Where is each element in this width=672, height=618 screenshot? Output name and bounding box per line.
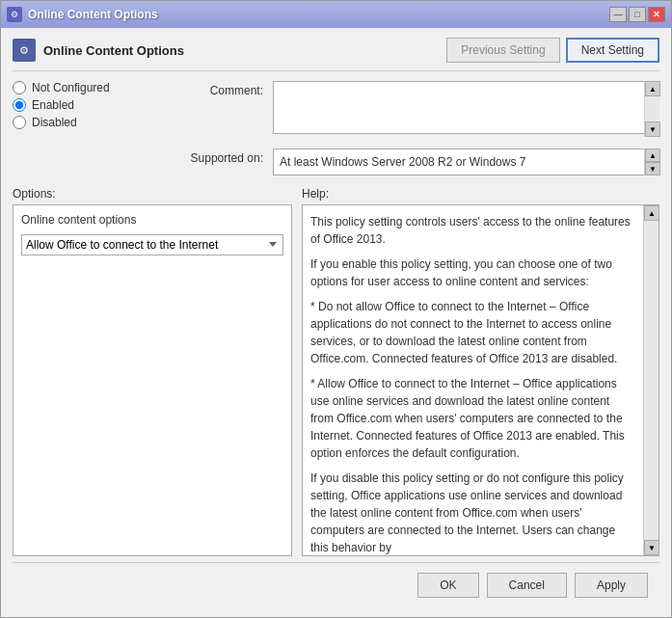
header-icon: ⚙ [13, 39, 36, 62]
help-header: Help: [302, 187, 659, 201]
ok-button[interactable]: OK [417, 573, 478, 598]
help-box: This policy setting controls users' acce… [302, 204, 659, 556]
help-panel: Help: This policy setting controls users… [302, 187, 659, 556]
apply-button[interactable]: Apply [575, 573, 648, 598]
next-setting-button[interactable]: Next Setting [566, 38, 659, 63]
options-box-label: Online content options [21, 213, 283, 227]
minimize-button[interactable]: — [609, 7, 627, 22]
comment-box-wrapper: ▲ ▼ [273, 81, 659, 137]
window-title: Online Content Options [28, 8, 158, 21]
settings-row: Not Configured Enabled Disabled Comment: [13, 81, 659, 181]
help-scroll-down[interactable]: ▼ [644, 540, 659, 555]
radio-section: Not Configured Enabled Disabled [13, 81, 138, 174]
help-scroll-up[interactable]: ▲ [644, 205, 659, 221]
comment-scrollbar: ▲ ▼ [644, 81, 659, 137]
help-text: This policy setting controls users' acce… [303, 205, 659, 556]
comment-textarea[interactable] [273, 81, 659, 134]
supported-row: Supported on: At least Windows Server 20… [148, 148, 659, 175]
not-configured-row: Not Configured [13, 81, 138, 94]
supported-box-wrapper: At least Windows Server 2008 R2 or Windo… [273, 148, 659, 175]
main-panels: Options: Online content options Allow Of… [13, 187, 659, 556]
disabled-radio[interactable] [13, 116, 26, 129]
header-left: ⚙ Online Content Options [13, 39, 184, 62]
bottom-bar: OK Cancel Apply [13, 562, 659, 607]
comment-label: Comment: [148, 81, 263, 97]
enabled-row: Enabled [13, 98, 138, 112]
cancel-button[interactable]: Cancel [487, 573, 567, 598]
options-header: Options: [13, 187, 292, 201]
enabled-label: Enabled [32, 98, 74, 112]
comment-scroll-down[interactable]: ▼ [645, 121, 660, 137]
comment-row: Comment: ▲ ▼ [148, 81, 659, 137]
supported-scroll-up[interactable]: ▲ [645, 148, 660, 162]
maximize-button[interactable]: □ [629, 7, 646, 22]
disabled-label: Disabled [32, 116, 77, 129]
previous-setting-button[interactable]: Previous Setting [446, 38, 559, 63]
close-button[interactable]: ✕ [648, 7, 665, 22]
main-window: ⚙ Online Content Options — □ ✕ ⚙ Online … [0, 0, 672, 618]
right-settings: Comment: ▲ ▼ Supported on: [148, 81, 659, 181]
title-bar-left: ⚙ Online Content Options [7, 7, 158, 22]
title-bar-controls: — □ ✕ [609, 7, 665, 22]
online-content-dropdown[interactable]: Allow Office to connect to the InternetD… [21, 234, 283, 255]
help-para-5: If you disable this policy setting or do… [310, 470, 635, 556]
comment-scroll-up[interactable]: ▲ [645, 81, 660, 96]
supported-label: Supported on: [148, 148, 263, 165]
options-box: Online content options Allow Office to c… [13, 204, 292, 556]
content-area: ⚙ Online Content Options Previous Settin… [1, 28, 671, 617]
supported-scroll-down[interactable]: ▼ [645, 162, 660, 175]
title-bar: ⚙ Online Content Options — □ ✕ [1, 1, 671, 28]
top-bar: ⚙ Online Content Options Previous Settin… [13, 38, 659, 71]
window-icon: ⚙ [7, 7, 22, 22]
help-scrollbar: ▲ ▼ [643, 205, 659, 555]
disabled-row: Disabled [13, 116, 138, 129]
supported-scrollbar: ▲ ▼ [644, 148, 659, 175]
nav-buttons: Previous Setting Next Setting [446, 38, 659, 63]
not-configured-radio[interactable] [13, 81, 26, 94]
help-para-2: If you enable this policy setting, you c… [310, 255, 635, 290]
supported-value: At least Windows Server 2008 R2 or Windo… [280, 155, 525, 169]
supported-control: At least Windows Server 2008 R2 or Windo… [273, 148, 659, 175]
supported-box: At least Windows Server 2008 R2 or Windo… [273, 148, 659, 175]
options-panel: Options: Online content options Allow Of… [13, 187, 292, 556]
enabled-radio[interactable] [13, 98, 26, 112]
help-para-3: * Do not allow Office to connect to the … [310, 298, 635, 367]
help-para-4: * Allow Office to connect to the Interne… [310, 375, 635, 462]
comment-control: ▲ ▼ [273, 81, 659, 137]
header-title: Online Content Options [43, 43, 184, 58]
help-para-1: This policy setting controls users' acce… [310, 213, 635, 248]
not-configured-label: Not Configured [32, 81, 110, 94]
